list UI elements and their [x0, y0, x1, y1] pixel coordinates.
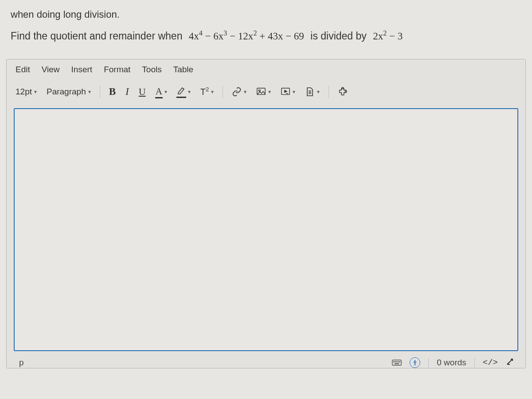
rich-text-editor: Edit View Insert Format Tools Table 12pt…	[6, 59, 526, 368]
menu-edit[interactable]: Edit	[16, 65, 30, 74]
svg-point-7	[395, 361, 395, 362]
svg-point-1	[259, 90, 261, 91]
chevron-down-icon: ▾	[88, 89, 91, 95]
media-icon	[281, 87, 290, 97]
toolbar-separator	[100, 86, 100, 98]
accessibility-icon[interactable]	[410, 357, 420, 368]
problem-lead: Find the quotient and remainder when	[11, 30, 182, 42]
bold-button[interactable]: B	[106, 84, 119, 99]
menu-table[interactable]: Table	[173, 65, 193, 74]
font-color-icon: A	[156, 86, 162, 97]
apps-button[interactable]	[334, 85, 351, 98]
svg-point-4	[345, 90, 347, 92]
svg-point-10	[399, 361, 400, 362]
highlight-icon	[177, 86, 186, 97]
underline-icon: U	[139, 86, 146, 98]
superscript-icon: T2	[200, 86, 209, 97]
svg-point-6	[394, 361, 394, 362]
editor-menubar: Edit View Insert Format Tools Table	[7, 59, 525, 80]
divisor-polynomial: 2x2 − 3	[373, 29, 403, 42]
element-path[interactable]: p	[19, 358, 24, 368]
image-icon	[256, 87, 266, 97]
link-dropdown[interactable]: ▾	[228, 85, 250, 98]
status-separator	[474, 358, 475, 368]
svg-rect-5	[392, 360, 401, 365]
chevron-down-icon: ▾	[317, 89, 320, 95]
font-size-label: 12pt	[16, 87, 32, 97]
chevron-down-icon: ▾	[293, 89, 295, 95]
block-format-dropdown[interactable]: Paragraph ▾	[43, 85, 94, 98]
dividend-polynomial: 4x4 − 6x3 − 12x2 + 43x − 69	[189, 29, 304, 42]
plugin-icon	[338, 87, 348, 97]
toolbar-separator	[223, 86, 223, 98]
chevron-down-icon: ▾	[244, 89, 246, 95]
underline-button[interactable]: U	[135, 84, 149, 99]
image-dropdown[interactable]: ▾	[253, 85, 274, 98]
chevron-down-icon: ▾	[211, 89, 214, 95]
svg-point-12	[415, 360, 416, 361]
status-separator	[428, 358, 429, 368]
svg-point-9	[398, 361, 399, 362]
svg-point-8	[397, 361, 397, 362]
italic-icon: I	[125, 86, 129, 98]
resize-handle-icon[interactable]	[506, 358, 516, 368]
svg-point-3	[342, 87, 344, 89]
chevron-down-icon: ▾	[188, 89, 191, 95]
chevron-down-icon: ▾	[268, 89, 271, 95]
chevron-down-icon: ▾	[164, 89, 167, 95]
link-icon	[232, 87, 242, 97]
document-dropdown[interactable]: ▾	[301, 85, 323, 98]
editor-textarea[interactable]	[14, 108, 518, 351]
editor-toolbar: 12pt ▾ Paragraph ▾ B I U A ▾	[7, 80, 525, 104]
keyboard-icon[interactable]	[392, 358, 402, 368]
menu-format[interactable]: Format	[104, 65, 130, 74]
chevron-down-icon: ▾	[34, 89, 37, 95]
italic-button[interactable]: I	[122, 84, 133, 99]
editor-statusbar: p 0 words </>	[7, 351, 525, 368]
font-size-dropdown[interactable]: 12pt ▾	[12, 85, 40, 98]
intro-text: when doing long division.	[11, 9, 521, 20]
block-format-label: Paragraph	[47, 87, 86, 97]
media-dropdown[interactable]: ▾	[277, 85, 299, 98]
problem-mid: is divided by	[310, 30, 367, 42]
toolbar-separator	[329, 86, 329, 98]
menu-tools[interactable]: Tools	[142, 65, 161, 74]
bold-icon: B	[109, 86, 116, 98]
superscript-dropdown[interactable]: T2 ▾	[197, 84, 217, 99]
problem-statement: Find the quotient and remainder when 4x4…	[11, 29, 521, 42]
svg-rect-11	[395, 363, 399, 364]
code-view-button[interactable]: </>	[483, 358, 498, 368]
font-color-dropdown[interactable]: A ▾	[152, 84, 171, 99]
word-count[interactable]: 0 words	[437, 358, 466, 368]
highlight-color-dropdown[interactable]: ▾	[173, 85, 194, 98]
menu-insert[interactable]: Insert	[71, 65, 93, 74]
menu-view[interactable]: View	[42, 65, 60, 74]
document-icon	[305, 87, 315, 97]
